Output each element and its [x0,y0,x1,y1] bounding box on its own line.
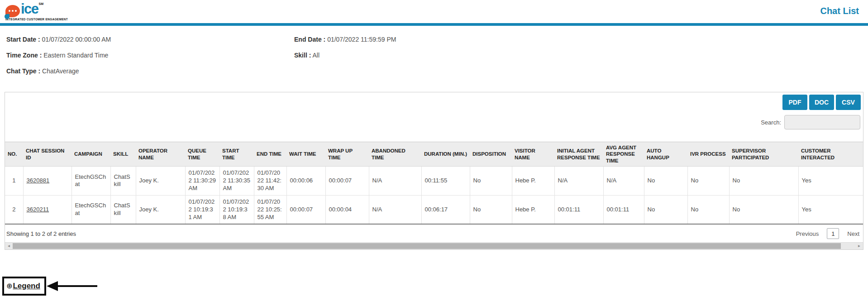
cell-supervisor-participated: No [729,195,798,224]
chat-session-link[interactable]: 3620881 [27,177,50,184]
annotation-arrow-head [47,281,58,291]
cell-chat-session-id: 3620881 [23,167,72,196]
cell-campaign: EtechGSChat [72,167,110,196]
legend-annotation: ⊕ Legend [2,277,97,296]
cell-abandoned-time: N/A [369,167,421,196]
cell-visitor-name: Hebe P. [512,167,554,196]
export-buttons: PDFDOCCSV [782,95,861,110]
panel-toolbar-area: PDFDOCCSV Search: [5,92,863,142]
pagination-next[interactable]: Next [847,230,859,237]
cell-supervisor-participated: No [729,167,798,196]
column-header-wrap-up-time[interactable]: WRAP UP TIME [325,142,369,167]
search-label: Search: [761,119,781,126]
logo-text: ice [21,1,38,17]
cell-wait-time: 00:00:07 [286,195,325,224]
logo-tagline: INTEGRATED CUSTOMER ENGAGEMENT [5,18,68,21]
app-header: iceSM INTEGRATED CUSTOMER ENGAGEMENT Cha… [0,0,868,23]
search-input[interactable] [784,115,860,129]
cell-avg-agent-response-time: 00:01:11 [603,195,644,224]
filter-start-date: Start Date : 01/07/2022 00:00:00 AM [6,36,111,43]
column-header-queue-time[interactable]: QUEUE TIME [185,142,219,167]
cell-no: 1 [5,167,23,196]
column-header-auto-hangup[interactable]: AUTO HANGUP [644,142,687,167]
cell-duration-min: 00:11:55 [421,167,470,196]
column-header-initial-agent-response-time[interactable]: INITIAL AGENT RESPONSE TIME [554,142,603,167]
column-header-supervisor-participated[interactable]: SUPERVISOR PARTICIPATED [729,142,798,167]
cell-auto-hangup: No [644,195,687,224]
cell-auto-hangup: No [644,167,687,196]
export-pdf-button[interactable]: PDF [782,95,807,110]
cell-no: 2 [5,195,23,224]
cell-skill: ChatSkill [110,167,136,196]
filter-end-date: End Date : 01/07/2022 11:59:59 PM [294,36,396,43]
column-header-skill[interactable]: SKILL [110,142,136,167]
annotation-arrow-shaft [58,285,97,287]
column-header-operator-name[interactable]: OPERATOR NAME [136,142,185,167]
header-accent-bar [0,23,868,26]
annotation-box: ⊕ Legend [2,277,46,296]
column-header-ivr-process[interactable]: IVR PROCESS [687,142,729,167]
column-header-no[interactable]: NO. [5,142,23,167]
legend-link[interactable]: Legend [13,282,40,291]
filter-label: Time Zone : [6,52,42,59]
cell-customer-interacted: Yes [798,195,863,224]
column-header-campaign[interactable]: CAMPAIGN [72,142,110,167]
cell-start-time: 01/07/2022 11:30:35 AM [219,167,254,196]
report-panel: PDFDOCCSV Search: NO.CHAT SESSION IDCAMP… [5,92,863,250]
column-header-avg-agent-response-time[interactable]: AVG AGENT RESPONSE TIME [603,142,644,167]
column-header-wait-time[interactable]: WAIT TIME [286,142,325,167]
filter-value: Eastern Standard Time [43,52,108,59]
cell-skill: ChatSkill [110,195,136,224]
filter-value: ChatAverage [42,67,79,75]
cell-queue-time: 01/07/2022 10:19:31 AM [185,195,219,224]
chat-session-link[interactable]: 3620211 [27,206,49,213]
filter-label: Chat Type : [6,67,40,75]
pagination: Previous 1 Next [796,228,859,239]
table-row: 13620881EtechGSChatChatSkillJoey K.01/07… [5,167,863,196]
scroll-left-arrow-icon[interactable]: ◄ [5,243,12,249]
cell-operator-name: Joey K. [136,167,185,196]
logo-superscript: SM [39,2,44,5]
column-header-duration-min[interactable]: DURATION (MIN.) [421,142,470,167]
filter-label: Start Date : [6,36,40,43]
table-row: 23620211EtechGSChatChatSkillJoey K.01/07… [5,195,863,224]
cell-disposition: No [470,167,512,196]
cell-end-time: 01/07/2022 10:25:55 AM [254,195,286,224]
filter-value: 01/07/2022 00:00:00 AM [42,36,111,43]
column-header-disposition[interactable]: DISPOSITION [470,142,512,167]
filter-chat-type: Chat Type : ChatAverage [6,67,79,75]
cell-start-time: 01/07/2022 10:19:38 AM [219,195,254,224]
table-body: 13620881EtechGSChatChatSkillJoey K.01/07… [5,167,863,225]
column-header-abandoned-time[interactable]: ABANDONED TIME [369,142,421,167]
column-header-start-time[interactable]: START TIME [219,142,254,167]
showing-entries-text: Showing 1 to 2 of 2 entries [6,230,76,237]
cell-ivr-process: No [687,195,729,224]
export-csv-button[interactable]: CSV [836,95,861,110]
chat-table: NO.CHAT SESSION IDCAMPAIGNSKILLOPERATOR … [5,142,863,225]
cell-initial-agent-response-time: N/A [554,167,603,196]
column-header-visitor-name[interactable]: VISITOR NAME [512,142,554,167]
pagination-previous[interactable]: Previous [796,230,819,237]
filter-value: All [312,52,320,59]
cell-end-time: 01/07/2022 11:42:30 AM [254,167,286,196]
table-header: NO.CHAT SESSION IDCAMPAIGNSKILLOPERATOR … [5,142,863,167]
cell-disposition: No [470,195,512,224]
pagination-page-1[interactable]: 1 [827,228,839,239]
cell-initial-agent-response-time: 00:01:11 [554,195,603,224]
horizontal-scrollbar[interactable]: ◄ ► [5,242,863,249]
cell-wrap-up-time: 00:00:07 [325,167,369,196]
cell-operator-name: Joey K. [136,195,185,224]
cell-wait-time: 00:00:06 [286,167,325,196]
scrollbar-thumb[interactable] [13,243,841,249]
scroll-right-arrow-icon[interactable]: ► [856,243,863,249]
column-header-chat-session-id[interactable]: CHAT SESSION ID [23,142,72,167]
speech-bubble-icon [5,5,20,17]
panel-footer: Showing 1 to 2 of 2 entries Previous 1 N… [5,225,863,242]
export-doc-button[interactable]: DOC [809,95,834,110]
column-header-customer-interacted[interactable]: CUSTOMER INTERACTED [798,142,863,167]
filter-label: Skill : [294,52,311,59]
cell-abandoned-time: N/A [369,195,421,224]
column-header-end-time[interactable]: END TIME [254,142,286,167]
filter-skill: Skill : All [294,52,320,59]
cell-customer-interacted: Yes [798,167,863,196]
